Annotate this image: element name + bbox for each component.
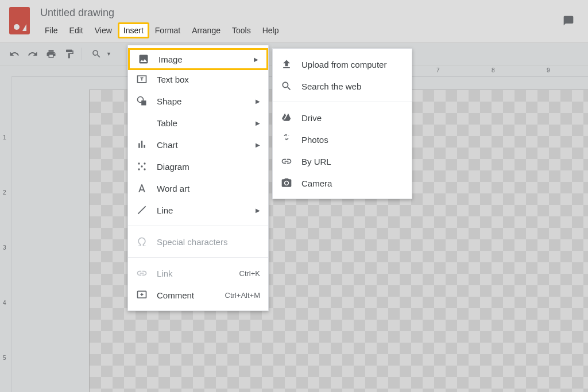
ruler-vertical: 1 2 3 4 5 [0, 77, 11, 392]
insert-diagram-item[interactable]: Diagram [128, 156, 268, 177]
svg-point-4 [144, 162, 145, 164]
paint-format-button[interactable] [61, 45, 78, 63]
menu-label: Search the web [301, 81, 404, 91]
insert-wordart-item[interactable]: Word art [128, 177, 268, 199]
menu-insert[interactable]: Insert [118, 22, 149, 38]
insert-shape-item[interactable]: Shape ▶ [128, 90, 268, 112]
menu-file[interactable]: File [39, 22, 64, 38]
camera-icon [281, 177, 292, 189]
svg-point-5 [138, 168, 140, 170]
ruler-tick: 5 [3, 355, 6, 361]
app-logo-drawings[interactable] [9, 7, 30, 34]
menu-label: By URL [301, 157, 404, 166]
menu-help[interactable]: Help [257, 22, 285, 38]
image-icon [138, 53, 149, 65]
zoom-dropdown[interactable]: ▼ [86, 45, 114, 63]
drive-icon [281, 112, 292, 123]
link-icon [136, 267, 148, 279]
menu-label: Table [157, 118, 256, 128]
print-button[interactable] [42, 45, 60, 63]
upload-icon [281, 59, 292, 70]
image-upload-item[interactable]: Upload from computer [273, 53, 412, 75]
insert-line-item[interactable]: Line ▶ [128, 199, 268, 221]
menu-label: Word art [157, 184, 260, 193]
insert-link-item: Link Ctrl+K [128, 262, 268, 284]
image-search-item[interactable]: Search the web [273, 75, 412, 97]
ruler-tick: 8 [492, 67, 495, 73]
chart-icon [136, 139, 148, 150]
ruler-tick: 4 [3, 300, 6, 306]
menu-arrange[interactable]: Arrange [186, 22, 226, 38]
menu-label: Camera [301, 178, 404, 188]
menu-separator [128, 257, 268, 258]
omega-icon [136, 236, 148, 247]
insert-comment-item[interactable]: Comment Ctrl+Alt+M [128, 284, 268, 306]
line-icon [136, 204, 148, 216]
svg-line-8 [138, 206, 145, 214]
menu-label: Diagram [157, 162, 260, 172]
menu-label: Shape [157, 96, 256, 106]
search-icon [281, 80, 292, 92]
insert-chart-item[interactable]: Chart ▶ [128, 134, 268, 156]
svg-point-3 [138, 162, 140, 164]
ruler-tick: 1 [3, 134, 6, 141]
diagram-icon [136, 161, 148, 172]
toolbar-separator [82, 48, 82, 60]
insert-dropdown: Image ▶ Text box Shape ▶ Table ▶ Chart ▶… [127, 45, 269, 311]
comment-history-button[interactable] [563, 15, 579, 31]
menu-separator [128, 226, 268, 226]
image-submenu: Upload from computer Search the web Driv… [272, 48, 412, 199]
header: Untitled drawing File Edit View Insert F… [0, 0, 588, 42]
menu-edit[interactable]: Edit [64, 22, 89, 38]
insert-special-item: Special characters [128, 231, 268, 253]
submenu-arrow-icon: ▶ [256, 142, 260, 148]
comment-icon [136, 289, 148, 301]
menu-label: Special characters [157, 237, 260, 247]
redo-button[interactable] [24, 45, 41, 63]
svg-point-6 [144, 168, 145, 170]
chevron-down-icon: ▼ [106, 51, 111, 57]
ruler-tick: 7 [436, 67, 440, 73]
svg-point-7 [141, 165, 142, 167]
menu-label: Text box [157, 75, 260, 84]
link-icon [281, 156, 292, 167]
insert-table-item[interactable]: Table ▶ [128, 112, 268, 134]
ruler-tick: 2 [3, 189, 6, 196]
submenu-arrow-icon: ▶ [254, 56, 258, 63]
menu-separator [273, 102, 412, 102]
image-drive-item[interactable]: Drive [273, 107, 412, 129]
image-camera-item[interactable]: Camera [273, 172, 412, 194]
menu-label: Comment [157, 290, 225, 300]
menu-bar: File Edit View Insert Format Arrange Too… [39, 22, 284, 38]
menu-label: Photos [301, 135, 404, 145]
document-title[interactable]: Untitled drawing [37, 6, 284, 20]
insert-image-item[interactable]: Image ▶ [128, 48, 268, 70]
submenu-arrow-icon: ▶ [256, 207, 260, 214]
menu-label: Image [158, 55, 254, 64]
menu-label: Line [157, 205, 256, 215]
menu-shortcut: Ctrl+Alt+M [225, 291, 260, 300]
table-icon [136, 117, 148, 129]
submenu-arrow-icon: ▶ [256, 120, 260, 126]
photos-icon [281, 134, 292, 145]
ruler-tick: 9 [547, 67, 550, 73]
shape-icon [136, 95, 148, 107]
image-photos-item[interactable]: Photos [273, 129, 412, 150]
menu-tools[interactable]: Tools [226, 22, 257, 38]
menu-view[interactable]: View [89, 22, 118, 38]
menu-label: Drive [301, 113, 404, 123]
menu-label: Chart [157, 140, 256, 150]
image-byurl-item[interactable]: By URL [273, 150, 412, 172]
menu-label: Upload from computer [301, 60, 404, 69]
wordart-icon [136, 183, 148, 194]
insert-textbox-item[interactable]: Text box [128, 68, 268, 90]
svg-rect-2 [141, 100, 146, 105]
menu-format[interactable]: Format [149, 22, 186, 38]
submenu-arrow-icon: ▶ [256, 98, 260, 104]
textbox-icon [136, 73, 148, 85]
menu-label: Link [157, 269, 239, 278]
undo-button[interactable] [6, 45, 23, 63]
menu-shortcut: Ctrl+K [239, 269, 260, 278]
ruler-tick: 3 [3, 244, 6, 251]
